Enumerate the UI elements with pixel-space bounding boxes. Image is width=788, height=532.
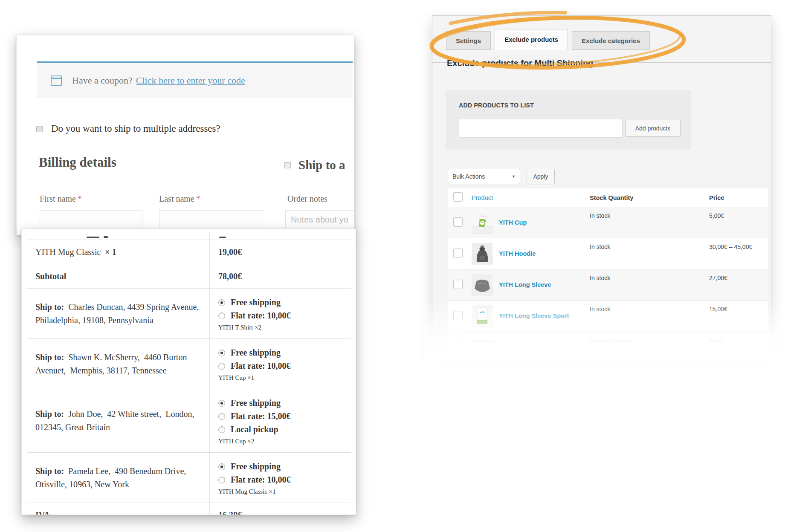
order-row-right: Free shippingFlat rate: 15,00€Local pick… (209, 389, 351, 452)
first-name-label: First name* (40, 194, 82, 204)
ship-to-heading: Ship to a (298, 158, 345, 172)
product-thumb-cell (472, 274, 499, 296)
order-row-left: Ship to: John Doe, 42 White street, Lond… (27, 389, 209, 452)
product-link[interactable]: YITH Cup (499, 219, 527, 226)
shipping-option-radio[interactable] (218, 363, 225, 370)
shipping-option-radio[interactable] (218, 463, 225, 470)
product-checkbox-cell (448, 311, 472, 321)
product-price-cell: 15,00€ (709, 301, 769, 312)
order-table-row: Subtotal78,00€ (27, 264, 351, 289)
product-stock-cell: In stock (590, 238, 709, 250)
product-name-cell: YITH Cup (499, 219, 590, 226)
order-table-row: Ship to: Shawn K. McSherry, 4460 Burton … (27, 339, 351, 389)
product-row: YITH Long Sleeve SportIn stock15,00€ (448, 301, 768, 332)
product-name-cell: YITH Hoodie (499, 250, 590, 257)
shipping-option: Flat rate: 15,00€ (218, 411, 342, 421)
coupon-text: Have a coupon? (72, 75, 133, 86)
order-row-left: Ship to: Pamela Lee, 490 Benedum Drive, … (27, 453, 209, 503)
product-thumb-cell (472, 243, 499, 265)
long-sleeve-sport-thumbnail (472, 320, 493, 327)
shipping-option-label: Free shipping (231, 398, 281, 408)
shipping-option: Free shipping (218, 298, 342, 307)
select-all-checkbox[interactable] (453, 192, 463, 202)
tab-exclude-products[interactable]: Exclude products (495, 29, 568, 50)
shipping-option-radio[interactable] (218, 426, 225, 433)
row-checkbox[interactable] (453, 311, 463, 320)
shipping-items-note: YITH Mug Classic ×1 (218, 488, 342, 495)
shipping-option-radio[interactable] (218, 400, 225, 407)
product-checkbox-cell (448, 217, 472, 228)
product-stock-cell: In stock (590, 301, 709, 312)
order-table-row: Ship to: Charles Duncan, 4439 Spring Ave… (27, 289, 351, 339)
shipping-option-radio[interactable] (218, 477, 225, 483)
shipping-option-label: Flat rate: 15,00€ (231, 411, 291, 421)
table-footer-row: Product Stock Quantity Price (448, 332, 768, 350)
add-products-box: ADD PRODUCTS TO LIST Add products (446, 90, 691, 150)
ship-to-row: Ship to a (284, 158, 354, 172)
product-row: YITH CupIn stock5,00€ (448, 207, 768, 238)
shipping-option-radio[interactable] (218, 299, 225, 306)
column-product[interactable]: Product (472, 194, 590, 201)
multiship-row: Do you want to ship to multiple addresse… (36, 123, 220, 134)
cup-thumbnail (472, 226, 493, 234)
add-products-button[interactable]: Add products (625, 120, 681, 137)
product-rows: YITH CupIn stock5,00€YITH HoodieIn stock… (448, 207, 768, 332)
row-label: Subtotal (35, 272, 66, 281)
bulk-actions-value: Bulk Actions (452, 173, 485, 180)
shipping-option-radio[interactable] (218, 350, 225, 356)
row-checkbox[interactable] (453, 217, 463, 227)
row-checkbox[interactable] (453, 280, 463, 289)
shipping-items-note: YITH Cup ×2 (218, 438, 342, 445)
order-row-right: Free shippingFlat rate: 10,00€YITH Mug C… (209, 453, 351, 503)
price-value: 5,00€ (709, 212, 724, 219)
ship-to-checkbox[interactable] (284, 162, 291, 168)
apply-button[interactable]: Apply (527, 169, 555, 184)
order-table-row: Ship to: John Doe, 42 White street, Lond… (27, 389, 351, 453)
products-table: Product Stock Quantity Price YITH CupIn … (448, 188, 768, 350)
shipping-option-radio[interactable] (218, 312, 225, 319)
order-row-right: 19,00€ (209, 240, 351, 264)
billing-details-heading: Billing details (39, 155, 116, 170)
product-price-cell: 30,00€ – 45,00€ (709, 238, 769, 250)
coupon-notice: Have a coupon? Click here to enter your … (37, 63, 353, 98)
coupon-window-icon (51, 75, 62, 86)
shipping-option-label: Local pickup (231, 425, 278, 434)
add-products-input[interactable] (459, 119, 623, 138)
price-value: 27,00€ (709, 275, 727, 281)
shipping-items-note: YITH Cup ×1 (218, 374, 342, 382)
row-amount: 19,00€ (218, 247, 242, 257)
shipping-option-radio[interactable] (218, 413, 225, 420)
shipping-option: Flat rate: 10,00€ (218, 311, 342, 321)
product-link[interactable]: YITH Hoodie (499, 250, 536, 257)
column-price: Price (709, 338, 769, 344)
page-title: Exclude products for Multi Shipping (447, 58, 593, 68)
row-checkbox[interactable] (453, 249, 463, 258)
stock-status: In stock (590, 306, 610, 312)
multiship-label: Do you want to ship to multiple addresse… (51, 123, 220, 134)
shipping-option-label: Free shipping (231, 348, 281, 358)
shipping-option: Free shipping (218, 398, 342, 408)
select-all-checkbox[interactable] (453, 335, 463, 345)
shipping-option: Free shipping (218, 348, 342, 358)
order-row-right (209, 232, 351, 240)
product-name-cell: YITH Long Sleeve Sport (499, 312, 590, 319)
order-row-left (27, 232, 209, 240)
product-link[interactable]: YITH Long Sleeve Sport (499, 312, 569, 319)
multiship-checkbox[interactable] (36, 126, 43, 132)
stock-status: In stock (590, 275, 610, 281)
row-amount: 16,38€ (218, 510, 242, 515)
order-rows: YITH Mug Classic× 119,00€Subtotal78,00€S… (27, 232, 351, 515)
coupon-link[interactable]: Click here to enter your code (136, 75, 245, 86)
order-row-right: Free shippingFlat rate: 10,00€YITH T-Shi… (209, 289, 351, 338)
ship-to-address: Ship to: Pamela Lee, 490 Benedum Drive, … (35, 465, 201, 491)
product-stock-cell: In stock (590, 269, 709, 281)
tab-bar: Settings Exclude products Exclude catego… (446, 29, 654, 50)
shipping-option-label: Flat rate: 10,00€ (231, 475, 291, 485)
tab-settings[interactable]: Settings (446, 31, 491, 50)
table-header-row: Product Stock Quantity Price (448, 188, 768, 207)
add-products-label: ADD PRODUCTS TO LIST (459, 102, 534, 109)
product-link[interactable]: YITH Long Sleeve (499, 281, 551, 288)
tab-exclude-categories[interactable]: Exclude categories (572, 31, 650, 50)
bulk-actions-select[interactable]: Bulk Actions ▼ (448, 169, 520, 184)
shipping-option-label: Flat rate: 10,00€ (231, 361, 291, 371)
